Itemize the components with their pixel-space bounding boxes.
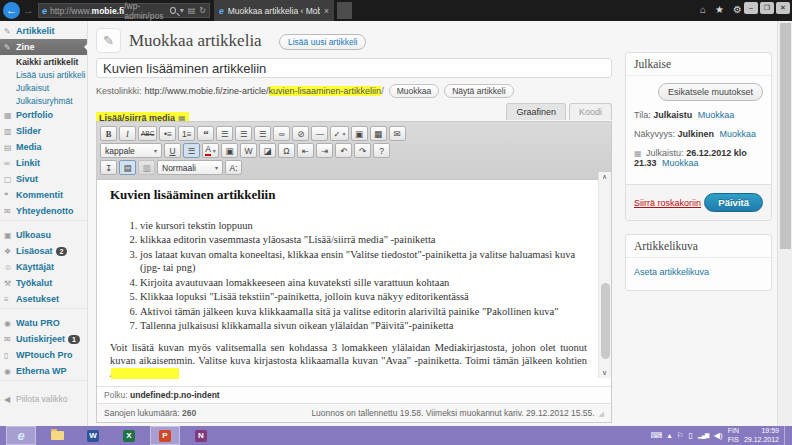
compat-view-icon[interactable]: ▤ (188, 6, 196, 15)
spellcheck-button[interactable]: ✓▾ (330, 126, 348, 141)
strikethrough-button[interactable]: ABC (138, 126, 157, 141)
permalink-slug[interactable]: kuvien-lisaaminen-artikkeliin (269, 86, 382, 96)
sidebar-sub-julkaisuryhmat[interactable]: Julkaisuryhmät (0, 94, 87, 107)
sidebar-item-sivut[interactable]: ▢Sivut (0, 171, 87, 187)
resize-grip-icon[interactable]: ◢ (599, 410, 604, 417)
align-right-button[interactable]: ☰ (254, 126, 271, 141)
sidebar-item-asetukset[interactable]: ≡Asetukset (0, 291, 87, 307)
sidebar-item-zine[interactable]: ✎Zine (0, 39, 87, 55)
new-tab-button[interactable] (337, 2, 352, 19)
underline-button[interactable]: U (164, 143, 181, 158)
add-new-article-button[interactable]: Lisää uusi artikkeli (279, 34, 366, 50)
publish-box-title[interactable]: Julkaise (626, 53, 771, 76)
search-icon[interactable] (170, 7, 176, 14)
sidebar-item-linkit[interactable]: ∞Linkit (0, 155, 87, 171)
language-indicator[interactable]: FINFIS (728, 427, 739, 445)
update-button[interactable]: Päivitä (704, 193, 763, 212)
font-size-button[interactable]: A: (225, 160, 242, 175)
set-featured-image-link[interactable]: Aseta artikkelikuva (634, 265, 709, 283)
move-to-trash-link[interactable]: Siirrä roskakoriin (634, 198, 701, 208)
bold-button[interactable]: B (100, 126, 117, 141)
sidebar-item-watu-pro[interactable]: ◉Watu PRO (0, 315, 87, 331)
blockquote-button[interactable]: “ (197, 126, 214, 141)
post-title-input[interactable] (96, 58, 612, 78)
align-center-button[interactable]: ☰ (235, 126, 252, 141)
sidebar-item-tyokalut[interactable]: ⚒Työkalut (0, 275, 87, 291)
window-close-button[interactable]: ✕ (776, 2, 790, 14)
featured-image-title[interactable]: Artikkelikuva (626, 235, 771, 258)
sidebar-item-kayttajat[interactable]: ☺Käyttäjät (0, 259, 87, 275)
sidebar-item-ulkoasu[interactable]: ▣Ulkoasu (0, 227, 87, 243)
taskbar-ie[interactable]: e (6, 426, 36, 445)
editor-content[interactable]: Kuvien lisääminen artikkeliin vie kursor… (97, 180, 611, 386)
visibility-edit-link[interactable]: Muokkaa (720, 129, 757, 139)
remove-format-button[interactable]: ◪ (259, 143, 276, 158)
indent-button[interactable]: ⇥ (316, 143, 333, 158)
sidebar-item-kommentit[interactable]: ❝Kommentit (0, 187, 87, 203)
outdent-button[interactable]: ⇤ (297, 143, 314, 158)
browser-back-button[interactable]: ← (3, 2, 20, 19)
home-icon[interactable]: ⌂ (700, 4, 706, 15)
contact-form-button[interactable]: ✉ (389, 126, 406, 141)
image-align-left-button[interactable]: ▤ (119, 160, 136, 175)
taskbar-onenote[interactable]: N (186, 426, 216, 445)
sidebar-sub-julkaisut[interactable]: Julkaisut (0, 81, 87, 94)
sidebar-item-wptouch-pro[interactable]: ▯WPtouch Pro (0, 347, 87, 363)
scroll-down-icon[interactable]: ∨ (602, 369, 607, 377)
paste-word-button[interactable]: W (240, 143, 257, 158)
collapse-menu[interactable]: ◀Piilota valikko (0, 391, 87, 407)
hidden-icons-arrow[interactable]: ▴ (667, 432, 671, 440)
numbered-list-button[interactable]: 1≡ (178, 126, 195, 141)
permalink-edit-button[interactable]: Muokkaa (389, 84, 440, 98)
volume-icon[interactable]: ◀) (714, 432, 723, 440)
action-center-flag-icon[interactable]: ⚐ (676, 432, 683, 440)
sidebar-sub-kaikki-artikkelit[interactable]: Kaikki artikkelit (0, 55, 87, 68)
settings-gear-icon[interactable]: ⚙ (733, 4, 742, 15)
special-char-button[interactable]: Ω (278, 143, 295, 158)
clock[interactable]: 19:5929.12.2012 (744, 427, 779, 445)
sidebar-sub-lisaa-uusi-artikkeli[interactable]: Lisää uusi artikkeli (0, 68, 87, 81)
published-edit-link[interactable]: Muokkaa (662, 158, 699, 168)
tab-visual[interactable]: Graafinen (506, 103, 566, 120)
network-signal-icon[interactable]: ▂▄▆ (698, 433, 709, 439)
sidebar-item-portfolio[interactable]: ▦Portfolio (0, 107, 87, 123)
align-left-button[interactable]: ☰ (216, 126, 233, 141)
taskbar-excel[interactable]: X (114, 426, 144, 445)
keyboard-icon[interactable]: ⌨ (651, 432, 663, 440)
show-desktop-button[interactable] (784, 426, 787, 445)
scrollbar-thumb[interactable] (601, 283, 610, 359)
image-insert-button[interactable]: ↧ (100, 160, 117, 175)
fullscreen-button[interactable]: ▣ (351, 126, 368, 141)
browser-scrollbar[interactable] (777, 21, 792, 426)
more-tag-button[interactable]: — (311, 126, 328, 141)
sidebar-item-artikkelit[interactable]: ✎Artikkelit (0, 23, 87, 39)
unlink-button[interactable]: ⊘ (292, 126, 309, 141)
preview-changes-button[interactable]: Esikatsele muutokset (658, 83, 763, 101)
browser-scrollbar-thumb[interactable] (780, 23, 791, 249)
paste-text-button[interactable]: ▣ (221, 143, 238, 158)
taskbar-powerpoint[interactable]: P (150, 426, 180, 445)
italic-button[interactable]: I (119, 126, 136, 141)
kitchen-sink-button[interactable]: ▦ (370, 126, 387, 141)
sidebar-item-lisaosat[interactable]: ❖Lisäosat2 (0, 243, 87, 259)
taskbar-word[interactable]: W (78, 426, 108, 445)
refresh-icon[interactable]: ↻ (199, 6, 206, 15)
battery-icon[interactable]: ▯ (689, 432, 693, 440)
help-button[interactable]: ? (373, 143, 390, 158)
styles-select[interactable]: Normaali▾ (157, 160, 223, 175)
view-article-button[interactable]: Näytä artikkeli (444, 84, 513, 98)
address-bar[interactable]: e http://www.mobie.fi/wp-admin/pos ▾ ▤ ↻ (38, 3, 210, 18)
format-select[interactable]: kappale▾ (100, 143, 162, 158)
chevron-down-icon[interactable]: ▾ (180, 6, 184, 15)
sidebar-item-uutiskirjeet[interactable]: ✉Uutiskirjeet1 (0, 331, 87, 347)
redo-button[interactable]: ↷ (354, 143, 371, 158)
sidebar-item-etherna-wp[interactable]: ◉Etherna WP (0, 363, 87, 379)
tab-close-icon[interactable]: × (324, 6, 329, 16)
sidebar-item-slider[interactable]: ▥Slider (0, 123, 87, 139)
window-restore-button[interactable]: ❐ (760, 2, 774, 14)
bullet-list-button[interactable]: •≡ (159, 126, 176, 141)
browser-forward-button[interactable]: → (23, 4, 34, 16)
tab-html[interactable]: Koodi (569, 103, 612, 120)
browser-tab[interactable]: e Muokkaa artikkelia ‹ Mobie ... × (214, 0, 334, 21)
sidebar-item-yhteydenotto[interactable]: ✉Yhteydenotto (0, 203, 87, 219)
